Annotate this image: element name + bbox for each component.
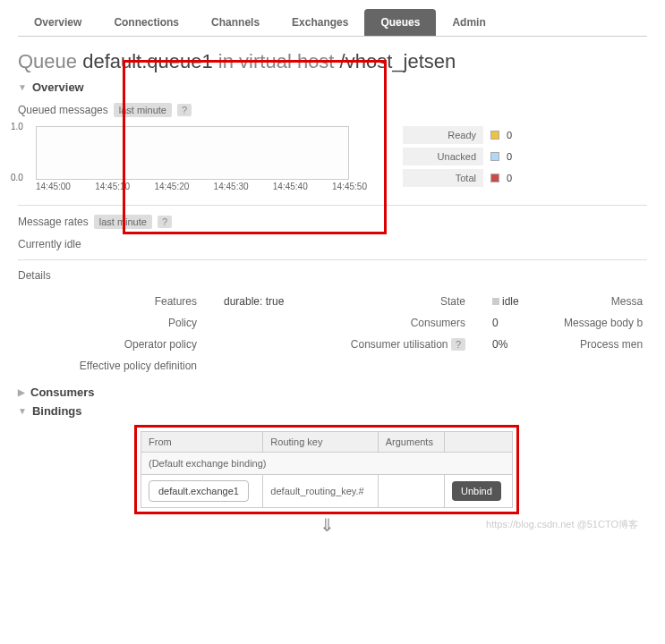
details-table: Features Policy Operator policy Effectiv… — [18, 291, 647, 377]
tab-admin[interactable]: Admin — [436, 9, 501, 36]
help-icon[interactable]: ? — [158, 216, 172, 228]
swatch-unacked — [490, 152, 499, 161]
col-routing-key: Routing key — [263, 432, 378, 453]
page-title: Queue default.queue1 in virtual host /vh… — [18, 50, 647, 73]
chevron-down-icon: ▼ — [18, 406, 27, 416]
tab-exchanges[interactable]: Exchanges — [276, 9, 364, 36]
idle-status: Currently idle — [18, 238, 647, 250]
swatch-ready — [490, 131, 499, 140]
tab-connections[interactable]: Connections — [98, 9, 195, 36]
section-overview[interactable]: ▼ Overview — [18, 80, 647, 94]
idle-indicator-icon — [492, 298, 499, 305]
section-bindings[interactable]: ▼ Bindings — [18, 404, 647, 418]
watermark: https://blog.csdn.net @51CTO博客 — [486, 518, 638, 531]
chevron-right-icon: ▶ — [18, 387, 25, 397]
chart-legend: Ready 0 Unacked 0 Total 0 — [403, 126, 524, 191]
chevron-down-icon: ▼ — [18, 82, 27, 92]
help-icon[interactable]: ? — [177, 104, 192, 116]
col-from: From — [141, 432, 263, 453]
tab-overview[interactable]: Overview — [18, 9, 98, 36]
main-tabs: Overview Connections Channels Exchanges … — [18, 9, 647, 37]
unbind-button[interactable]: Unbind — [452, 481, 501, 501]
table-row: (Default exchange binding) — [141, 453, 513, 475]
details-heading: Details — [18, 269, 647, 282]
bindings-table-wrapper: From Routing key Arguments (Default exch… — [134, 425, 519, 514]
time-badge[interactable]: last minute — [114, 103, 172, 117]
queued-messages-header: Queued messages last minute ? — [18, 103, 647, 117]
exchange-link[interactable]: default.exchange1 — [149, 480, 249, 502]
time-badge[interactable]: last minute — [94, 215, 152, 229]
section-consumers[interactable]: ▶ Consumers — [18, 386, 647, 399]
flow-arrow-icon: ⇓ — [134, 514, 519, 536]
help-icon[interactable]: ? — [451, 338, 465, 351]
queued-messages-chart: 1.0 0.0 14:45:00 14:45:10 14:45:20 14:45… — [18, 126, 367, 191]
message-rates-header: Message rates last minute ? — [18, 215, 647, 229]
swatch-total — [490, 174, 499, 182]
table-row: default.exchange1 default_routing_key.# … — [141, 475, 513, 508]
tab-channels[interactable]: Channels — [195, 9, 276, 36]
tab-queues[interactable]: Queues — [364, 9, 436, 36]
col-arguments: Arguments — [378, 432, 444, 453]
